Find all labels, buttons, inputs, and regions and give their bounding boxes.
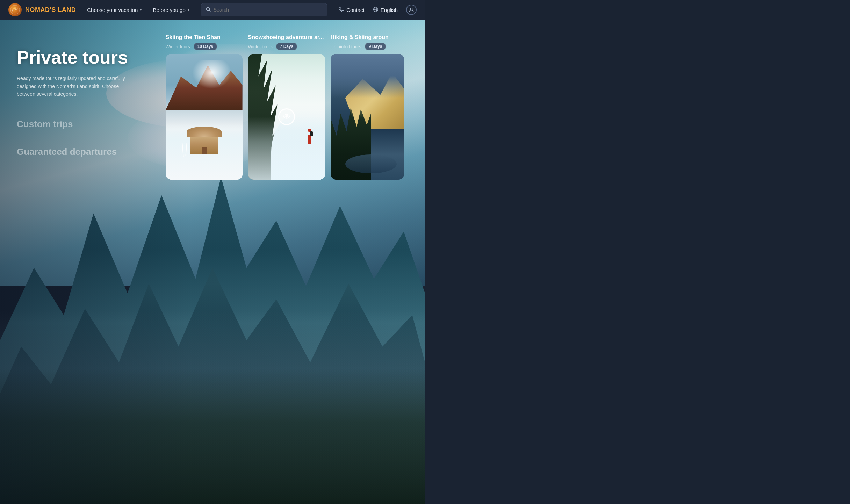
tour-card-3-days: 9 Days — [365, 43, 386, 50]
tour-card-1-days: 10 Days — [194, 43, 217, 50]
search-input[interactable] — [214, 7, 322, 13]
tour-card-2[interactable]: Snowshoeing adventure ar... Winter tours… — [248, 30, 325, 180]
brand-name: NOMAD'S LAND — [25, 6, 76, 14]
tour-card-1-category: Winter tours — [166, 44, 190, 49]
language-icon — [373, 7, 379, 13]
tour-card-2-info: Snowshoeing adventure ar... Winter tours… — [248, 30, 325, 54]
hero-description: Ready made tours regularly updated and c… — [17, 74, 136, 98]
tour-card-1-meta: Winter tours 10 Days — [166, 43, 243, 50]
tour-card-2-category: Winter tours — [248, 44, 273, 49]
tour-card-2-title: Snowshoeing adventure ar... — [248, 34, 325, 41]
svg-line-3 — [209, 10, 210, 12]
tour-card-2-image — [248, 54, 325, 180]
tour-card-3-image — [331, 54, 404, 180]
tour-card-1-info: Skiing the Tien Shan Winter tours 10 Day… — [166, 30, 243, 54]
logo[interactable]: NOMAD'S LAND — [8, 3, 76, 16]
svg-point-7 — [410, 8, 412, 10]
hero-left-panel: Private tours Ready made tours regularly… — [17, 41, 166, 490]
contact-button[interactable]: Contact — [339, 7, 365, 13]
hero-nav-custom-trips[interactable]: Custom trips — [17, 119, 166, 130]
phone-icon — [339, 7, 344, 13]
search-bar[interactable] — [201, 3, 327, 16]
tour-card-3-info: Hiking & Skiing aroun Untainted tours 9 … — [331, 30, 404, 54]
tour-card-3-category: Untainted tours — [331, 44, 361, 49]
language-selector[interactable]: English — [373, 7, 398, 13]
hero-nav-guaranteed-departures[interactable]: Guaranteed departures — [17, 146, 166, 157]
view-tour-button[interactable] — [278, 108, 295, 125]
tour-cards-area: Skiing the Tien Shan Winter tours 10 Day… — [166, 30, 408, 490]
eye-icon — [283, 113, 290, 121]
chevron-down-icon: ▾ — [140, 8, 142, 12]
hero-content: Private tours Ready made tours regularly… — [0, 20, 425, 504]
tour-card-2-meta: Winter tours 7 Days — [248, 43, 325, 50]
svg-point-0 — [10, 5, 20, 14]
logo-icon — [8, 3, 22, 16]
tour-card-1-image — [166, 54, 243, 180]
svg-point-9 — [286, 116, 287, 116]
nav-right: Contact English — [339, 5, 417, 15]
tour-card-3-title: Hiking & Skiing aroun — [331, 34, 404, 41]
chevron-down-icon: ▾ — [188, 8, 189, 12]
nav-choose-vacation[interactable]: Choose your vacation ▾ — [87, 7, 142, 13]
tour-card-1-title: Skiing the Tien Shan — [166, 34, 243, 41]
page-title: Private tours — [17, 48, 166, 67]
tour-card-3[interactable]: Hiking & Skiing aroun Untainted tours 9 … — [331, 30, 404, 180]
navbar: NOMAD'S LAND Choose your vacation ▾ Befo… — [0, 0, 425, 20]
tour-card-1[interactable]: Skiing the Tien Shan Winter tours 10 Day… — [166, 30, 243, 180]
nav-before-you-go[interactable]: Before you go ▾ — [153, 7, 189, 13]
tour-card-2-days: 7 Days — [276, 43, 297, 50]
svg-point-1 — [14, 7, 16, 9]
search-icon — [206, 7, 211, 13]
tour-card-3-meta: Untainted tours 9 Days — [331, 43, 404, 50]
user-account-button[interactable] — [406, 5, 417, 15]
hero-section: Private tours Ready made tours regularly… — [0, 20, 425, 504]
